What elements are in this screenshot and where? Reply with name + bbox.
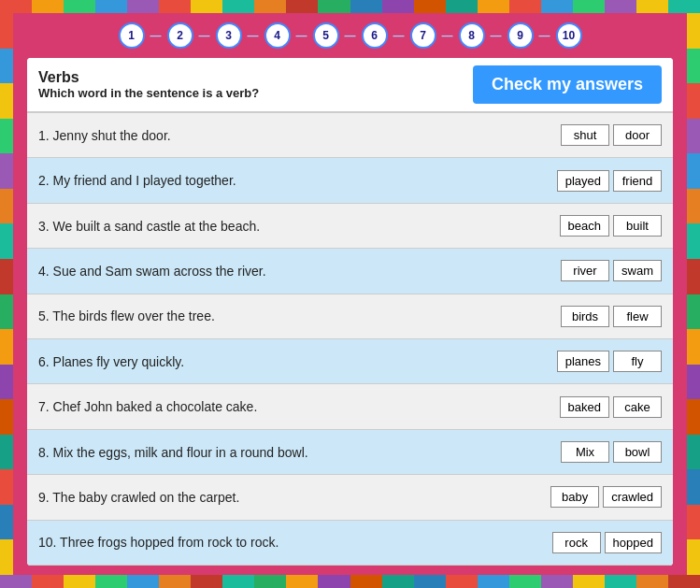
- question-text-3: 3. We built a sand castle at the beach.: [38, 219, 260, 234]
- number-circle-10[interactable]: 10: [556, 22, 582, 49]
- question-text-10: 10. Three frogs hopped from rock to rock…: [38, 535, 279, 550]
- answer-btn-5-2[interactable]: flew: [613, 306, 662, 327]
- number-circle-4[interactable]: 4: [264, 22, 291, 49]
- answer-btn-7-2[interactable]: cake: [613, 396, 662, 418]
- answer-group-9: babycrawled: [550, 486, 662, 508]
- border-right: [687, 13, 700, 575]
- question-row-5: 5. The birds flew over the tree.birdsfle…: [27, 294, 673, 339]
- number-dash: —: [539, 29, 550, 42]
- number-dash: —: [491, 29, 502, 42]
- answer-group-6: planesfly: [557, 351, 662, 372]
- number-row: 1—2—3—4—5—6—7—8—9—10: [27, 22, 673, 49]
- answer-btn-2-2[interactable]: friend: [613, 170, 662, 192]
- answer-group-1: shutdoor: [561, 124, 662, 146]
- number-circle-5[interactable]: 5: [313, 22, 339, 49]
- number-circle-2[interactable]: 2: [167, 22, 193, 49]
- answer-btn-9-1[interactable]: baby: [550, 486, 599, 508]
- question-row-6: 6. Planes fly very quickly.planesfly: [27, 339, 673, 384]
- question-list: 1. Jenny shut the door.shutdoor2. My fri…: [27, 113, 673, 566]
- answer-btn-3-2[interactable]: built: [613, 215, 662, 237]
- answer-group-5: birdsflew: [561, 306, 662, 327]
- answer-group-10: rockhopped: [552, 532, 662, 553]
- card: Verbs Which word in the sentence is a ve…: [27, 58, 673, 566]
- inner-content: 1—2—3—4—5—6—7—8—9—10 Verbs Which word in…: [13, 13, 687, 575]
- answer-btn-8-1[interactable]: Mix: [561, 441, 609, 463]
- number-dash: —: [393, 29, 405, 42]
- answer-btn-1-1[interactable]: shut: [561, 124, 609, 146]
- number-circle-7[interactable]: 7: [410, 22, 436, 49]
- question-text-4: 4. Sue and Sam swam across the river.: [38, 264, 266, 279]
- number-circle-9[interactable]: 9: [507, 22, 534, 49]
- answer-btn-5-1[interactable]: birds: [561, 306, 609, 327]
- question-text-2: 2. My friend and I played together.: [38, 173, 236, 188]
- question-text-8: 8. Mix the eggs, milk and flour in a rou…: [38, 445, 308, 460]
- verbs-title: Verbs: [38, 69, 259, 86]
- border-left: [0, 13, 13, 575]
- number-circle-3[interactable]: 3: [216, 22, 242, 49]
- number-dash: —: [150, 29, 162, 42]
- answer-btn-4-2[interactable]: swam: [613, 260, 662, 281]
- answer-btn-10-1[interactable]: rock: [552, 532, 601, 553]
- question-text-5: 5. The birds flew over the tree.: [38, 308, 215, 323]
- number-circle-8[interactable]: 8: [459, 22, 485, 49]
- number-dash: —: [345, 29, 356, 42]
- question-row-8: 8. Mix the eggs, milk and flour in a rou…: [27, 430, 673, 475]
- card-header: Verbs Which word in the sentence is a ve…: [27, 58, 673, 113]
- answer-group-2: playedfriend: [557, 170, 662, 192]
- answer-group-7: bakedcake: [560, 396, 662, 418]
- number-dash: —: [199, 29, 210, 42]
- number-dash: —: [296, 29, 307, 42]
- answer-group-4: riverswam: [561, 260, 662, 281]
- question-row-1: 1. Jenny shut the door.shutdoor: [27, 113, 673, 158]
- answer-btn-2-1[interactable]: played: [557, 170, 609, 192]
- answer-btn-9-2[interactable]: crawled: [603, 486, 662, 508]
- answer-group-8: Mixbowl: [561, 441, 662, 463]
- answer-btn-4-1[interactable]: river: [561, 260, 609, 281]
- number-circle-6[interactable]: 6: [362, 22, 388, 49]
- answer-btn-3-1[interactable]: beach: [560, 215, 609, 237]
- check-answers-button[interactable]: Check my answers: [473, 65, 662, 104]
- question-text-1: 1. Jenny shut the door.: [38, 128, 171, 143]
- number-dash: —: [248, 29, 259, 42]
- question-row-3: 3. We built a sand castle at the beach.b…: [27, 204, 673, 249]
- answer-btn-8-2[interactable]: bowl: [613, 441, 662, 463]
- question-row-9: 9. The baby crawled on the carpet.babycr…: [27, 475, 673, 520]
- answer-btn-7-1[interactable]: baked: [560, 396, 609, 418]
- verbs-subtitle: Which word in the sentence is a verb?: [38, 86, 259, 100]
- question-text-7: 7. Chef John baked a chocolate cake.: [38, 399, 257, 414]
- number-circle-1[interactable]: 1: [119, 22, 145, 49]
- question-text-6: 6. Planes fly very quickly.: [38, 354, 184, 369]
- border-bottom: [0, 575, 700, 588]
- answer-btn-10-2[interactable]: hopped: [605, 532, 662, 553]
- answer-btn-6-2[interactable]: fly: [613, 351, 662, 372]
- question-text-9: 9. The baby crawled on the carpet.: [38, 490, 239, 505]
- outer-frame: 1—2—3—4—5—6—7—8—9—10 Verbs Which word in…: [0, 0, 700, 588]
- question-row-7: 7. Chef John baked a chocolate cake.bake…: [27, 384, 673, 429]
- question-row-2: 2. My friend and I played together.playe…: [27, 158, 673, 203]
- answer-btn-1-2[interactable]: door: [613, 124, 662, 146]
- header-title: Verbs Which word in the sentence is a ve…: [38, 69, 259, 100]
- question-row-10: 10. Three frogs hopped from rock to rock…: [27, 521, 673, 566]
- answer-group-3: beachbuilt: [560, 215, 662, 237]
- question-row-4: 4. Sue and Sam swam across the river.riv…: [27, 249, 673, 294]
- border-top: [0, 0, 700, 13]
- number-dash: —: [442, 29, 453, 42]
- answer-btn-6-1[interactable]: planes: [557, 351, 609, 372]
